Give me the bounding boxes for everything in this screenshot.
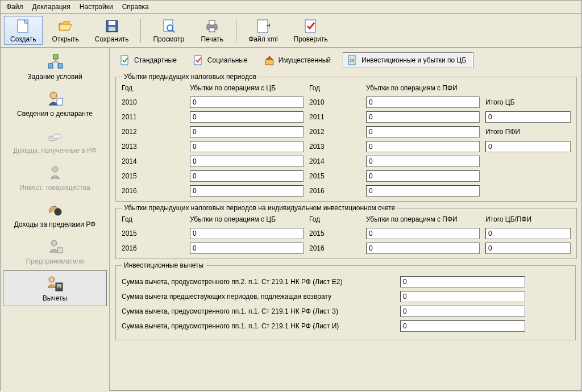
tab-investment-label: Инвестиционные и убытки по ЦБ (361, 56, 466, 64)
investment-row-input-1[interactable] (400, 291, 525, 302)
income-rf-icon (46, 127, 64, 145)
svg-rect-30 (121, 56, 128, 65)
investment-row-label: Сумма вычета, предусмотренного пп.1. п.1… (122, 322, 394, 330)
input-iis-cb-2016[interactable] (190, 243, 304, 254)
input-pfi-2016[interactable] (366, 185, 480, 197)
input-cb-2015[interactable] (190, 170, 304, 182)
toolbar-create[interactable]: Создать (4, 16, 43, 45)
input-iis-total-2015[interactable] (485, 228, 571, 239)
svg-rect-17 (57, 98, 63, 105)
sidebar-income-abroad-label: Доходы за пределами РФ (14, 220, 95, 228)
toolbar-create-label: Создать (10, 35, 36, 43)
investment-row-input-2[interactable] (400, 306, 525, 317)
input-iis-pfi-2015[interactable] (366, 228, 480, 239)
input-iis-pfi-2016[interactable] (366, 243, 480, 254)
menu-settings[interactable]: Настройки (75, 2, 118, 12)
input-cb-2010[interactable] (190, 97, 304, 108)
total-pfi-value[interactable] (485, 141, 571, 152)
input-pfi-2013[interactable] (366, 141, 480, 152)
sidebar-item-entrepreneurs[interactable]: Предприниматели (3, 233, 107, 269)
investment-row: Сумма вычета, предусмотренного пп.2. п.1… (122, 276, 569, 287)
svg-rect-10 (209, 28, 215, 32)
new-document-icon (15, 18, 31, 34)
menu-help[interactable]: Справка (118, 2, 153, 12)
investment-row-input-0[interactable] (400, 276, 525, 287)
standard-tab-icon (119, 55, 131, 66)
year-label: 2016 (309, 187, 360, 195)
sidebar-item-income-abroad[interactable]: Доходы за пределами РФ (3, 197, 107, 232)
section-investment-deductions-title: Инвестиционные вычеты (122, 261, 206, 269)
input-iis-cb-2015[interactable] (190, 228, 304, 239)
year-label: 2016 (309, 244, 360, 252)
svg-rect-15 (58, 64, 63, 68)
tab-property-label: Имущественный (278, 56, 331, 64)
year-label: 2010 (122, 98, 184, 106)
toolbar: Создать Открыть Сохранить Просмотр Пе (1, 14, 581, 48)
toolbar-separator-2 (236, 19, 236, 43)
total-cb-value[interactable] (485, 111, 571, 123)
svg-rect-23 (57, 248, 63, 253)
toolbar-save[interactable]: Сохранить (89, 16, 135, 45)
year-label: 2012 (309, 128, 360, 136)
svg-rect-26 (57, 284, 61, 286)
sidebar: Задание условий Сведения о декларанте До… (1, 48, 110, 391)
svg-rect-4 (109, 27, 115, 31)
input-pfi-2011[interactable] (366, 111, 480, 123)
input-cb-2011[interactable] (190, 111, 304, 123)
svg-line-7 (172, 30, 174, 32)
tab-social[interactable]: Социальные (189, 52, 255, 68)
check-icon (303, 18, 319, 34)
input-cb-2012[interactable] (190, 126, 304, 137)
year-label: 2015 (309, 230, 360, 237)
year-label: 2015 (122, 230, 184, 237)
svg-rect-13 (53, 55, 58, 59)
sidebar-item-income-rf[interactable]: Доходы, полученные в РФ (3, 123, 107, 159)
content-area: Стандартные Социальные Имущественный (110, 48, 581, 391)
menu-declaration[interactable]: Декларация (28, 2, 75, 12)
input-pfi-2015[interactable] (366, 170, 480, 182)
tab-standard[interactable]: Стандартные (115, 52, 184, 68)
col-year-pfi: Год (309, 84, 360, 93)
input-iis-total-2016[interactable] (485, 243, 571, 254)
preview-icon (161, 18, 177, 34)
invest-partnerships-icon (46, 164, 64, 182)
toolbar-open[interactable]: Открыть (46, 16, 85, 45)
tab-investment[interactable]: 20 Инвестиционные и убытки по ЦБ (343, 52, 473, 68)
toolbar-check[interactable]: Проверить (288, 16, 334, 45)
conditions-icon (46, 53, 64, 71)
sidebar-item-deductions[interactable]: Вычеты (3, 270, 107, 306)
input-cb-2013[interactable] (190, 141, 304, 152)
sidebar-item-declarant[interactable]: Сведения о декларанте (3, 86, 107, 122)
input-pfi-2012[interactable] (366, 126, 480, 137)
investment-row-input-3[interactable] (400, 320, 525, 332)
svg-rect-27 (57, 286, 58, 287)
toolbar-check-label: Проверить (294, 35, 328, 43)
sidebar-item-invest-partnerships[interactable]: Инвест. товарищества (3, 160, 107, 195)
input-cb-2016[interactable] (190, 185, 304, 197)
sidebar-item-conditions[interactable]: Задание условий (3, 49, 107, 85)
col-losses-pfi-iis: Убытки по операциям с ПФИ (366, 215, 480, 224)
income-abroad-icon (46, 201, 64, 219)
input-cb-2014[interactable] (190, 156, 304, 167)
deduction-tabs: Стандартные Социальные Имущественный (114, 50, 577, 70)
svg-rect-9 (209, 20, 215, 25)
investment-row-label: Сумма вычета предшествующих периодов, по… (122, 293, 394, 301)
menu-file[interactable]: Файл (2, 2, 28, 12)
input-pfi-2010[interactable] (366, 97, 480, 108)
toolbar-print[interactable]: Печать (194, 16, 230, 45)
total-pfi-label: Итого ПФИ (485, 128, 571, 136)
svg-point-16 (50, 92, 57, 99)
sidebar-deductions-label: Вычеты (43, 294, 67, 302)
section-iis-losses-title: Убытки предыдущих налоговых периодов на … (122, 204, 397, 212)
input-pfi-2014[interactable] (366, 156, 480, 167)
svg-text:20: 20 (350, 59, 354, 62)
col-year-cb-iis: Год (122, 215, 184, 224)
svg-rect-11 (257, 20, 268, 32)
investment-row-label: Сумма вычета, предусмотренного пп.2. п.1… (122, 278, 394, 286)
tab-property[interactable]: Имущественный (260, 52, 338, 68)
toolbar-preview[interactable]: Просмотр (147, 16, 190, 45)
year-label: 2016 (122, 244, 184, 252)
year-label: 2016 (122, 187, 184, 195)
toolbar-xml[interactable]: Файл xml (242, 16, 284, 45)
deductions-icon (46, 274, 64, 293)
